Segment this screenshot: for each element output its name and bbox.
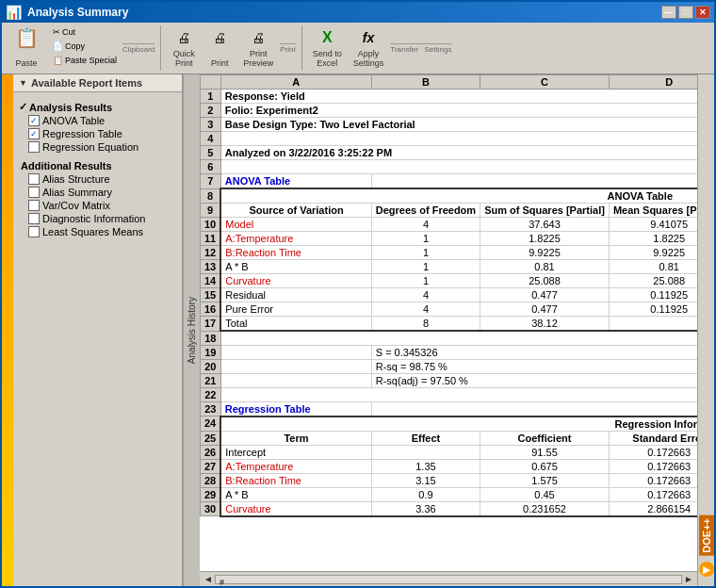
- expand-arrow-icon: ▼: [19, 78, 27, 88]
- ms-header: Mean Squares [Partial]: [609, 204, 697, 218]
- reg-ab-label[interactable]: A * B: [220, 487, 371, 501]
- least-squares-checkbox[interactable]: [28, 226, 40, 237]
- analysis-results-section: ✓ Analysis Results ✓ ANOVA Table ✓ Regre…: [17, 100, 178, 154]
- table-row: 25 Term Effect Coefficient Standard Erro…: [201, 431, 698, 445]
- scroll-left-arrow[interactable]: ◄: [202, 574, 215, 584]
- quick-print-icon: 🖨: [172, 28, 195, 47]
- rsq-adj-cell[interactable]: R-sq(adj) = 97.50 %: [371, 373, 697, 387]
- table-row: 2 Folio: Experiment2: [201, 104, 698, 118]
- reg-curvature-label[interactable]: Curvature: [220, 501, 371, 516]
- table-row: 8 ANOVA Table: [201, 188, 698, 204]
- anova-table-item[interactable]: ✓ ANOVA Table: [26, 114, 178, 127]
- close-button[interactable]: ✕: [695, 6, 710, 19]
- scroll-track[interactable]: #: [215, 575, 682, 584]
- quick-print-button[interactable]: 🖨 QuickPrint: [167, 25, 201, 71]
- spreadsheet[interactable]: A B C D E F G H 1: [200, 74, 697, 571]
- diagnostic-info-item[interactable]: Diagnostic Information: [26, 212, 178, 225]
- regression-table-item[interactable]: ✓ Regression Table: [26, 127, 178, 140]
- scroll-right-arrow[interactable]: ►: [682, 574, 695, 584]
- intercept-label[interactable]: Intercept: [220, 445, 371, 459]
- print-button[interactable]: 🖨 Print: [203, 25, 236, 71]
- alias-summary-checkbox[interactable]: [28, 187, 40, 198]
- bottom-scrollbar[interactable]: ◄ # ►: [200, 571, 697, 586]
- minimize-button[interactable]: —: [661, 6, 676, 19]
- response-cell[interactable]: Response: Yield: [220, 90, 697, 104]
- data-table: A B C D E F G H 1: [200, 74, 697, 517]
- send-to-excel-button[interactable]: X Send toExcel: [308, 25, 347, 71]
- main-window: 📊 Analysis Summary — □ ✕ 📋 Paste ✂ Cut: [0, 0, 716, 588]
- folio-cell[interactable]: Folio: Experiment2: [220, 104, 697, 118]
- sidebar: ▼ Available Report Items ✓ Analysis Resu…: [13, 74, 183, 586]
- hash-mark: #: [216, 578, 228, 587]
- analysis-history-bar[interactable]: Analysis History: [183, 74, 200, 586]
- maximize-button[interactable]: □: [678, 6, 693, 19]
- reg-a-temp-label[interactable]: A:Temperature: [220, 459, 371, 473]
- reg-b-reaction-label[interactable]: B:Reaction Time: [220, 473, 371, 487]
- analysis-results-checkbox[interactable]: ✓: [19, 101, 27, 113]
- table-row: 28 B:Reaction Time 3.15 1.575 0.172663 1…: [201, 473, 698, 487]
- sidebar-content: ✓ Analysis Results ✓ ANOVA Table ✓ Regre…: [13, 92, 182, 586]
- analysis-results-items: ✓ ANOVA Table ✓ Regression Table Regress…: [17, 114, 178, 154]
- paste-special-button[interactable]: 📋 Paste Special: [49, 54, 121, 67]
- anova-title-cell[interactable]: ANOVA Table: [220, 174, 371, 189]
- table-row: 11 A:Temperature 1 1.8225 1.8225 15.2830…: [201, 232, 698, 246]
- model-label[interactable]: Model: [220, 218, 371, 232]
- alias-summary-item[interactable]: Alias Summary: [26, 186, 178, 199]
- pure-error-label[interactable]: Pure Error: [220, 302, 371, 317]
- residual-label[interactable]: Residual: [220, 288, 371, 302]
- analysis-results-header[interactable]: ✓ Analysis Results: [17, 100, 178, 114]
- diagnostic-info-checkbox[interactable]: [28, 213, 40, 224]
- regression-title-cell[interactable]: Regression Table: [220, 401, 371, 416]
- table-row: 9 Source of Variation Degrees of Freedom…: [201, 204, 698, 218]
- varcov-matrix-item[interactable]: Var/Cov Matrix: [26, 199, 178, 212]
- copy-icon: 📄: [53, 41, 63, 51]
- table-row: 27 A:Temperature 1.35 0.675 0.172663 0.3…: [201, 459, 698, 473]
- a-temp-label[interactable]: A:Temperature: [220, 232, 371, 246]
- doe-icon[interactable]: ▶: [699, 562, 714, 577]
- title-bar-buttons: — □ ✕: [661, 6, 710, 19]
- effect-header: Effect: [371, 431, 480, 445]
- b-reaction-label[interactable]: B:Reaction Time: [220, 246, 371, 260]
- regression-info-header: Regression Information: [371, 416, 697, 432]
- sidebar-header: ▼ Available Report Items: [13, 74, 182, 92]
- transfer-label: Transfer Settings: [390, 43, 451, 54]
- apply-settings-button[interactable]: fx ApplySettings: [349, 25, 389, 71]
- toolbar: 📋 Paste ✂ Cut 📄 Copy 📋 Paste Special: [2, 23, 714, 74]
- print-icon: 🖨: [208, 28, 231, 47]
- table-row: 13 A * B 1 0.81 0.81 6.792453 0.059656: [201, 260, 698, 274]
- left-accent-strip: [2, 74, 13, 586]
- varcov-matrix-checkbox[interactable]: [28, 200, 40, 211]
- cut-button[interactable]: ✂ Cut: [49, 25, 121, 39]
- design-type-cell[interactable]: Base Design Type: Two Level Factorial: [220, 118, 697, 132]
- anova-table-header: ANOVA Table: [371, 188, 697, 204]
- main-area: ▼ Available Report Items ✓ Analysis Resu…: [2, 74, 714, 586]
- table-row: 24 Regression Information: [201, 416, 698, 432]
- dof-header: Degrees of Freedom: [371, 204, 480, 218]
- additional-results-header[interactable]: Additional Results: [17, 159, 178, 172]
- col-header-a: A: [220, 75, 371, 90]
- paste-special-icon: 📋: [53, 56, 63, 65]
- coeff-header: Coefficient: [480, 431, 610, 445]
- s-value-cell[interactable]: S = 0.345326: [371, 345, 697, 359]
- window-title: Analysis Summary: [27, 6, 128, 19]
- table-row: 16 Pure Error 4 0.477 0.11925: [201, 302, 698, 317]
- regression-equation-checkbox[interactable]: [28, 141, 40, 153]
- table-row: 20 R-sq = 98.75 %: [201, 359, 698, 373]
- paste-button[interactable]: 📋 Paste: [6, 25, 47, 71]
- ab-label[interactable]: A * B: [220, 260, 371, 274]
- alias-structure-item[interactable]: Alias Structure: [26, 172, 178, 186]
- regression-table-checkbox[interactable]: ✓: [28, 128, 40, 139]
- analyzed-on-cell[interactable]: Analyzed on 3/22/2016 3:25:22 PM: [220, 146, 697, 160]
- table-row: 23 Regression Table: [201, 401, 698, 416]
- table-row: 3 Base Design Type: Two Level Factorial: [201, 118, 698, 132]
- rsq-cell[interactable]: R-sq = 98.75 %: [371, 359, 697, 373]
- alias-structure-checkbox[interactable]: [28, 173, 40, 185]
- copy-button[interactable]: 📄 Copy: [49, 40, 121, 53]
- total-label[interactable]: Total: [220, 317, 371, 332]
- source-header: Source of Variation: [220, 204, 371, 218]
- least-squares-item[interactable]: Least Squares Means: [26, 225, 178, 238]
- regression-equation-item[interactable]: Regression Equation: [26, 140, 178, 154]
- print-preview-button[interactable]: 🖨 PrintPreview: [238, 25, 278, 71]
- curvature-label[interactable]: Curvature: [220, 274, 371, 288]
- anova-table-checkbox[interactable]: ✓: [28, 115, 40, 126]
